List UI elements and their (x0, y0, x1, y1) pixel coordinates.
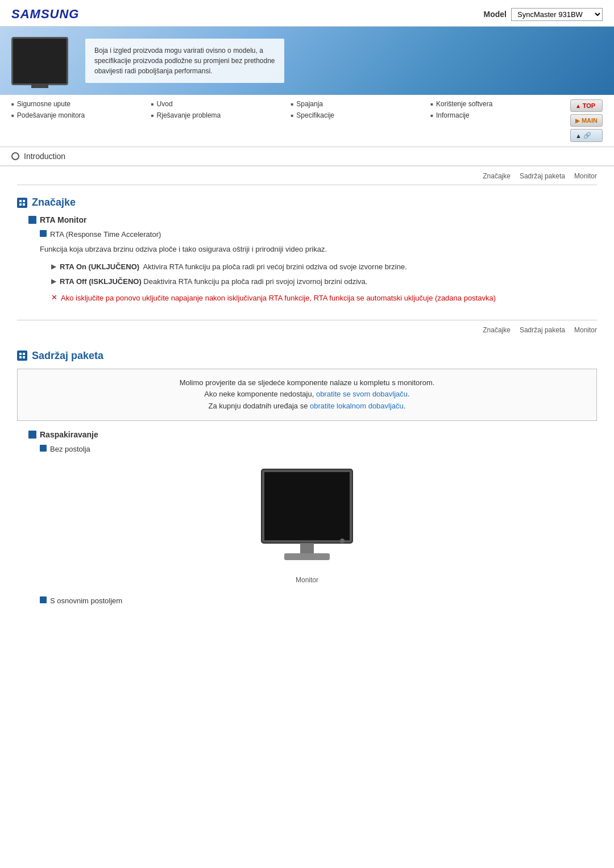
s-postoljem-text: S osnovnim postoljem (50, 595, 122, 607)
tabs-row-top: Značajke Sadržaj paketa Monitor (17, 166, 597, 185)
bullet-rta-off-text: RTA Off (ISKLJUČENO) Deaktivira RTA funk… (60, 276, 367, 287)
svg-rect-9 (264, 472, 350, 540)
nav-item-specifikacije[interactable]: Specifikacije (291, 111, 430, 120)
features-section: Značajke RTA Monitor RTA (Response Time … (17, 185, 597, 314)
nav-item-koristenje[interactable]: Korištenje softvera (430, 99, 570, 108)
tab-monitor-bottom[interactable]: Monitor (574, 326, 597, 334)
package-title: Sadržaj paketa (17, 350, 597, 362)
s-postoljem-item: S osnovnim postoljem (40, 595, 597, 607)
nav-area: Sigurnosne upute Podešavanje monitora Uv… (0, 95, 614, 147)
nav-column-4: Korištenje softvera Informacije (430, 99, 570, 142)
rta-monitor-icon (28, 216, 36, 224)
svg-rect-2 (19, 203, 22, 206)
raspakiravanje-label: Raspakiravanje (40, 430, 98, 439)
rta-level2-icon (40, 230, 47, 237)
svg-rect-4 (19, 353, 22, 355)
nav-item-spajanja[interactable]: Spajanja (291, 99, 430, 108)
bez-postolja-text: Bez postolja (50, 444, 90, 455)
top-button[interactable]: ▲ TOP (570, 99, 603, 112)
banner: Boja i izgled proizvoda mogu varirati ov… (0, 27, 614, 95)
svg-rect-3 (23, 203, 25, 206)
top-arrow-icon: ▲ (575, 103, 581, 109)
header: SAMSUNG Model SyncMaster 931BW (0, 0, 614, 27)
rta-description: Funkcija koja ubrzava brzinu odziva ploč… (40, 244, 597, 255)
features-title: Značajke (17, 197, 597, 208)
warning-item: ✕ Ako isključite pa ponovo uključite nap… (51, 293, 597, 304)
info-link1[interactable]: obratite se svom dobavljaču (316, 390, 408, 398)
rta-on-label: RTA On (UKLJUČENO) (60, 262, 139, 271)
monitor-image-area: Monitor (51, 464, 563, 584)
svg-rect-12 (284, 553, 330, 560)
package-svg-icon (19, 352, 26, 359)
info-line3-suffix: . (404, 402, 406, 410)
tab-monitor[interactable]: Monitor (574, 172, 597, 180)
info-link2[interactable]: obratite lokalnom dobavljaču (310, 402, 404, 410)
s-postoljem-icon (40, 596, 47, 603)
svg-rect-6 (19, 356, 22, 358)
nav-column-1: Sigurnosne upute Podešavanje monitora (11, 99, 151, 142)
package-icon (17, 350, 27, 361)
rta-monitor-label: RTA Monitor (40, 215, 86, 224)
nav-item-uvod[interactable]: Uvod (151, 99, 291, 108)
features-icon (17, 198, 27, 208)
main-button[interactable]: ▶ MAIN (570, 114, 603, 127)
banner-text: Boja i izgled proizvoda mogu varirati ov… (85, 39, 284, 83)
rta-off-label: RTA Off (ISKLJUČENO) (60, 277, 142, 286)
nav-column-2: Uvod Rješavanje problema (151, 99, 291, 142)
svg-rect-1 (23, 200, 25, 202)
tab-sadrzaj-bottom[interactable]: Sadržaj paketa (520, 326, 565, 334)
breadcrumb-title: Introduction (24, 152, 65, 161)
model-area: Model SyncMaster 931BW (484, 8, 603, 21)
nav-item-rjesavanje[interactable]: Rješavanje problema (151, 111, 291, 120)
samsung-logo: SAMSUNG (11, 7, 79, 22)
info-line3-prefix: Za kupnju dodatnih uređaja se (209, 402, 310, 410)
tab-znacajke[interactable]: Značajke (483, 172, 511, 180)
package-title-text: Sadržaj paketa (32, 350, 103, 362)
svg-rect-7 (23, 356, 25, 358)
tab-sadrzaj[interactable]: Sadržaj paketa (520, 172, 565, 180)
bullet-rta-on: ▶ RTA On (UKLJUČENO) Aktivira RTA funkci… (51, 261, 597, 273)
warning-text: Ako isključite pa ponovo uključite napaj… (61, 293, 496, 304)
link-label: 🔗 (583, 132, 591, 139)
model-select[interactable]: SyncMaster 931BW (511, 8, 603, 21)
rta-level2: RTA (Response Time Accelerator) (40, 229, 597, 240)
svg-rect-0 (19, 200, 22, 202)
breadcrumb-bar: Introduction (0, 147, 614, 166)
main-arrow-icon: ▶ (575, 118, 580, 124)
rta-level2-text: RTA (Response Time Accelerator) (50, 229, 161, 240)
monitor-svg (250, 464, 364, 571)
breadcrumb-circle-icon (11, 152, 19, 160)
svg-rect-5 (23, 353, 25, 355)
nav-item-podesavanje[interactable]: Podešavanje monitora (11, 111, 151, 120)
info-line2-prefix: Ako neke komponente nedostaju, (204, 390, 316, 398)
raspakiravanje-title: Raspakiravanje (28, 430, 597, 439)
bez-postolja-icon (40, 445, 47, 452)
bullet-rta-off: ▶ RTA Off (ISKLJUČENO) Deaktivira RTA fu… (51, 276, 597, 287)
package-section: Sadržaj paketa Molimo provjerite da se s… (17, 339, 597, 616)
main-content: Značajke Sadržaj paketa Monitor Značajke… (0, 166, 614, 633)
link-icon: ▲ (575, 132, 582, 139)
banner-monitor-image (11, 37, 68, 85)
monitor-label: Monitor (296, 576, 318, 584)
info-line2-suffix: . (408, 390, 410, 398)
info-box: Molimo provjerite da se sljedeće kompone… (17, 369, 597, 421)
svg-rect-11 (300, 543, 314, 554)
model-label: Model (484, 10, 507, 19)
tabs-row-bottom: Značajke Sadržaj paketa Monitor (17, 320, 597, 339)
nav-item-informacije[interactable]: Informacije (430, 111, 570, 120)
bullet-arrow-off-icon: ▶ (51, 277, 56, 285)
warning-x-icon: ✕ (51, 293, 57, 302)
info-line1: Molimo provjerite da se sljedeće kompone… (180, 378, 435, 387)
link-button[interactable]: ▲ 🔗 (570, 129, 603, 142)
nav-column-3: Spajanja Specifikacije (291, 99, 430, 142)
features-svg-icon (19, 199, 26, 206)
svg-point-10 (340, 539, 345, 543)
raspakiravanje-icon (28, 431, 36, 439)
rta-monitor-title: RTA Monitor (28, 215, 597, 224)
features-title-text: Značajke (32, 197, 76, 208)
nav-item-sigurnosne[interactable]: Sigurnosne upute (11, 99, 151, 108)
tab-znacajke-bottom[interactable]: Značajke (483, 326, 511, 334)
bullet-arrow-on-icon: ▶ (51, 262, 56, 270)
bez-postolja-item: Bez postolja (40, 444, 597, 455)
side-buttons: ▲ TOP ▶ MAIN ▲ 🔗 (570, 99, 603, 142)
